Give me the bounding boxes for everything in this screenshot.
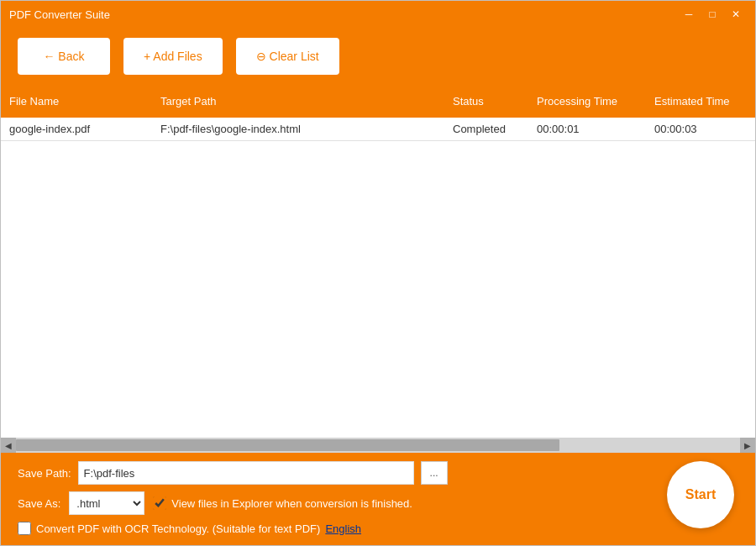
app-title: PDF Converter Suite xyxy=(9,8,110,21)
title-bar: PDF Converter Suite ─ □ ✕ xyxy=(1,1,755,28)
col-header-esttime: Estimated Time xyxy=(646,92,755,111)
start-button[interactable]: Start xyxy=(667,461,734,528)
scroll-thumb xyxy=(16,439,559,451)
browse-button[interactable]: ... xyxy=(421,461,448,485)
view-explorer-checkbox[interactable] xyxy=(153,496,166,510)
table-row: google-index.pdf F:\pdf-files\google-ind… xyxy=(1,118,755,141)
save-path-input[interactable] xyxy=(78,461,414,485)
back-button[interactable]: ← Back xyxy=(18,38,110,75)
cell-filename: google-index.pdf xyxy=(1,118,152,140)
scroll-right-button[interactable]: ▶ xyxy=(740,438,755,453)
cell-status: Completed xyxy=(444,118,528,140)
horizontal-scrollbar: ◀ ▶ xyxy=(1,438,755,453)
cell-esttime: 00:00:03 xyxy=(646,118,755,140)
maximize-button[interactable]: □ xyxy=(701,6,723,23)
table-header: File Name Target Path Status Processing … xyxy=(1,85,755,118)
save-as-label: Save As: xyxy=(18,497,60,510)
save-path-label: Save Path: xyxy=(18,467,71,480)
table-body: google-index.pdf F:\pdf-files\google-ind… xyxy=(1,118,755,438)
col-header-targetpath: Target Path xyxy=(152,92,444,111)
scroll-left-button[interactable]: ◀ xyxy=(1,438,16,453)
ocr-checkbox[interactable] xyxy=(18,522,31,535)
minimize-button[interactable]: ─ xyxy=(678,6,700,23)
save-as-row: Save As: .html .docx .xlsx .txt .epub Vi… xyxy=(18,491,738,515)
view-explorer-checkbox-label[interactable]: View files in Explorer when conversion i… xyxy=(153,496,412,510)
main-window: PDF Converter Suite ─ □ ✕ ← Back + Add F… xyxy=(0,0,756,546)
cell-targetpath: F:\pdf-files\google-index.html xyxy=(152,118,444,140)
col-header-filename: File Name xyxy=(1,92,152,111)
close-button[interactable]: ✕ xyxy=(725,6,747,23)
view-explorer-label: View files in Explorer when conversion i… xyxy=(171,497,412,510)
add-files-button[interactable]: + Add Files xyxy=(123,38,223,75)
ocr-language-link[interactable]: English xyxy=(325,522,361,535)
save-path-row: Save Path: ... xyxy=(18,461,738,485)
ocr-text: Convert PDF with OCR Technology. (Suitab… xyxy=(36,522,320,535)
bottom-panel: Save Path: ... Save As: .html .docx .xls… xyxy=(1,453,755,545)
scroll-track xyxy=(16,438,740,453)
col-header-proctime: Processing Time xyxy=(528,92,646,111)
ocr-row: Convert PDF with OCR Technology. (Suitab… xyxy=(18,522,738,535)
save-as-select[interactable]: .html .docx .xlsx .txt .epub xyxy=(69,491,144,515)
clear-list-button[interactable]: ⊖ Clear List xyxy=(236,38,339,75)
cell-proctime: 00:00:01 xyxy=(528,118,646,140)
toolbar: ← Back + Add Files ⊖ Clear List xyxy=(1,28,755,85)
col-header-status: Status xyxy=(444,92,528,111)
window-controls: ─ □ ✕ xyxy=(678,6,747,23)
